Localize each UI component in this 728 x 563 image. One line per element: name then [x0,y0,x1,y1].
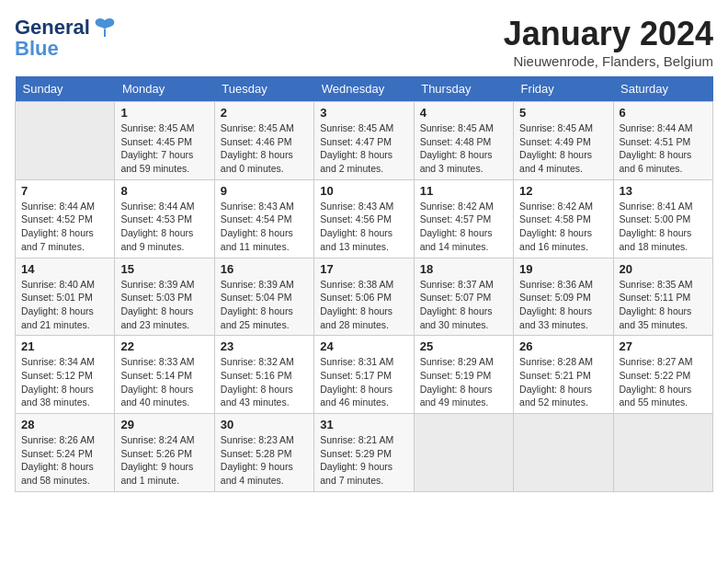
calendar-cell: 22Sunrise: 8:33 AM Sunset: 5:14 PM Dayli… [115,336,214,414]
calendar-cell: 17Sunrise: 8:38 AM Sunset: 5:06 PM Dayli… [314,258,414,336]
calendar-header-row: SundayMondayTuesdayWednesdayThursdayFrid… [16,76,713,102]
day-number: 4 [420,106,507,120]
calendar-cell: 8Sunrise: 8:44 AM Sunset: 4:53 PM Daylig… [115,179,214,258]
day-number: 7 [21,184,108,198]
day-info: Sunrise: 8:24 AM Sunset: 5:26 PM Dayligh… [120,433,208,488]
title-block: January 2024 Nieuwenrode, Flanders, Belg… [504,15,713,69]
logo-blue: Blue [15,37,59,61]
calendar-week-row: 7Sunrise: 8:44 AM Sunset: 4:52 PM Daylig… [16,179,713,258]
calendar-cell: 11Sunrise: 8:42 AM Sunset: 4:57 PM Dayli… [414,179,513,258]
day-info: Sunrise: 8:35 AM Sunset: 5:11 PM Dayligh… [620,278,707,332]
calendar-cell: 20Sunrise: 8:35 AM Sunset: 5:11 PM Dayli… [613,258,712,336]
day-number: 17 [320,262,407,276]
day-number: 20 [620,262,707,276]
calendar-cell: 16Sunrise: 8:39 AM Sunset: 5:04 PM Dayli… [214,258,313,336]
day-info: Sunrise: 8:23 AM Sunset: 5:28 PM Dayligh… [221,433,308,488]
calendar-week-row: 21Sunrise: 8:34 AM Sunset: 5:12 PM Dayli… [16,336,713,414]
day-number: 8 [120,184,208,198]
calendar-cell: 10Sunrise: 8:43 AM Sunset: 4:56 PM Dayli… [314,179,414,258]
day-info: Sunrise: 8:43 AM Sunset: 4:54 PM Dayligh… [221,200,308,254]
calendar-cell [16,102,115,180]
calendar-cell: 23Sunrise: 8:32 AM Sunset: 5:16 PM Dayli… [214,336,313,414]
calendar-cell: 30Sunrise: 8:23 AM Sunset: 5:28 PM Dayli… [214,414,313,492]
calendar-table: SundayMondayTuesdayWednesdayThursdayFrid… [15,76,713,492]
day-number: 28 [21,418,108,431]
col-header-monday: Monday [115,76,214,102]
day-number: 22 [120,339,208,353]
day-number: 6 [620,106,707,120]
day-number: 31 [320,418,407,431]
page-header: General Blue January 2024 Nieuwenrode, F… [15,15,713,69]
calendar-cell: 18Sunrise: 8:37 AM Sunset: 5:07 PM Dayli… [414,258,513,336]
day-number: 16 [221,262,308,276]
day-number: 21 [21,339,108,353]
day-info: Sunrise: 8:40 AM Sunset: 5:01 PM Dayligh… [21,278,108,332]
day-info: Sunrise: 8:36 AM Sunset: 5:09 PM Dayligh… [519,278,607,332]
calendar-cell: 5Sunrise: 8:45 AM Sunset: 4:49 PM Daylig… [514,102,613,180]
calendar-cell: 14Sunrise: 8:40 AM Sunset: 5:01 PM Dayli… [16,258,115,336]
day-info: Sunrise: 8:33 AM Sunset: 5:14 PM Dayligh… [120,355,208,409]
day-info: Sunrise: 8:42 AM Sunset: 4:57 PM Dayligh… [420,200,507,254]
calendar-cell: 27Sunrise: 8:27 AM Sunset: 5:22 PM Dayli… [613,336,712,414]
day-number: 24 [320,339,407,353]
calendar-cell: 31Sunrise: 8:21 AM Sunset: 5:29 PM Dayli… [314,414,414,492]
calendar-week-row: 28Sunrise: 8:26 AM Sunset: 5:24 PM Dayli… [16,414,713,492]
calendar-cell: 12Sunrise: 8:42 AM Sunset: 4:58 PM Dayli… [514,179,613,258]
logo-bird-icon [92,15,118,40]
day-info: Sunrise: 8:45 AM Sunset: 4:48 PM Dayligh… [420,121,507,176]
day-number: 30 [221,418,308,431]
day-info: Sunrise: 8:28 AM Sunset: 5:21 PM Dayligh… [519,355,607,409]
day-info: Sunrise: 8:45 AM Sunset: 4:46 PM Dayligh… [221,121,308,176]
day-info: Sunrise: 8:39 AM Sunset: 5:03 PM Dayligh… [120,278,208,332]
day-info: Sunrise: 8:45 AM Sunset: 4:47 PM Dayligh… [320,121,407,176]
calendar-cell: 28Sunrise: 8:26 AM Sunset: 5:24 PM Dayli… [16,414,115,492]
col-header-thursday: Thursday [414,76,513,102]
calendar-cell: 6Sunrise: 8:44 AM Sunset: 4:51 PM Daylig… [613,102,712,180]
calendar-cell: 24Sunrise: 8:31 AM Sunset: 5:17 PM Dayli… [314,336,414,414]
calendar-cell: 1Sunrise: 8:45 AM Sunset: 4:45 PM Daylig… [115,102,214,180]
day-number: 29 [120,418,208,431]
calendar-cell: 26Sunrise: 8:28 AM Sunset: 5:21 PM Dayli… [514,336,613,414]
calendar-cell: 15Sunrise: 8:39 AM Sunset: 5:03 PM Dayli… [115,258,214,336]
day-info: Sunrise: 8:26 AM Sunset: 5:24 PM Dayligh… [21,433,108,488]
col-header-sunday: Sunday [16,76,115,102]
calendar-cell: 29Sunrise: 8:24 AM Sunset: 5:26 PM Dayli… [115,414,214,492]
calendar-cell: 3Sunrise: 8:45 AM Sunset: 4:47 PM Daylig… [314,102,414,180]
day-number: 2 [221,106,308,120]
calendar-cell: 2Sunrise: 8:45 AM Sunset: 4:46 PM Daylig… [214,102,313,180]
day-number: 3 [320,106,407,120]
calendar-cell: 21Sunrise: 8:34 AM Sunset: 5:12 PM Dayli… [16,336,115,414]
calendar-cell: 4Sunrise: 8:45 AM Sunset: 4:48 PM Daylig… [414,102,513,180]
day-number: 14 [21,262,108,276]
calendar-cell [514,414,613,492]
day-info: Sunrise: 8:42 AM Sunset: 4:58 PM Dayligh… [519,200,607,254]
day-info: Sunrise: 8:41 AM Sunset: 5:00 PM Dayligh… [620,200,707,254]
calendar-cell: 25Sunrise: 8:29 AM Sunset: 5:19 PM Dayli… [414,336,513,414]
day-info: Sunrise: 8:44 AM Sunset: 4:52 PM Dayligh… [21,200,108,254]
day-number: 25 [420,339,507,353]
day-info: Sunrise: 8:37 AM Sunset: 5:07 PM Dayligh… [420,278,507,332]
day-number: 9 [221,184,308,198]
day-info: Sunrise: 8:45 AM Sunset: 4:49 PM Dayligh… [519,121,607,176]
day-number: 10 [320,184,407,198]
day-info: Sunrise: 8:21 AM Sunset: 5:29 PM Dayligh… [320,433,407,488]
day-info: Sunrise: 8:44 AM Sunset: 4:53 PM Dayligh… [120,200,208,254]
day-number: 19 [519,262,607,276]
calendar-cell: 19Sunrise: 8:36 AM Sunset: 5:09 PM Dayli… [514,258,613,336]
calendar-cell: 13Sunrise: 8:41 AM Sunset: 5:00 PM Dayli… [613,179,712,258]
day-number: 12 [519,184,607,198]
day-number: 5 [519,106,607,120]
day-number: 26 [519,339,607,353]
calendar-cell: 9Sunrise: 8:43 AM Sunset: 4:54 PM Daylig… [214,179,313,258]
calendar-week-row: 14Sunrise: 8:40 AM Sunset: 5:01 PM Dayli… [16,258,713,336]
day-number: 1 [120,106,208,120]
day-number: 11 [420,184,507,198]
day-info: Sunrise: 8:43 AM Sunset: 4:56 PM Dayligh… [320,200,407,254]
day-number: 13 [620,184,707,198]
day-number: 18 [420,262,507,276]
day-info: Sunrise: 8:32 AM Sunset: 5:16 PM Dayligh… [221,355,308,409]
day-info: Sunrise: 8:29 AM Sunset: 5:19 PM Dayligh… [420,355,507,409]
calendar-cell [414,414,513,492]
day-info: Sunrise: 8:44 AM Sunset: 4:51 PM Dayligh… [620,121,707,176]
month-title: January 2024 [504,15,713,53]
